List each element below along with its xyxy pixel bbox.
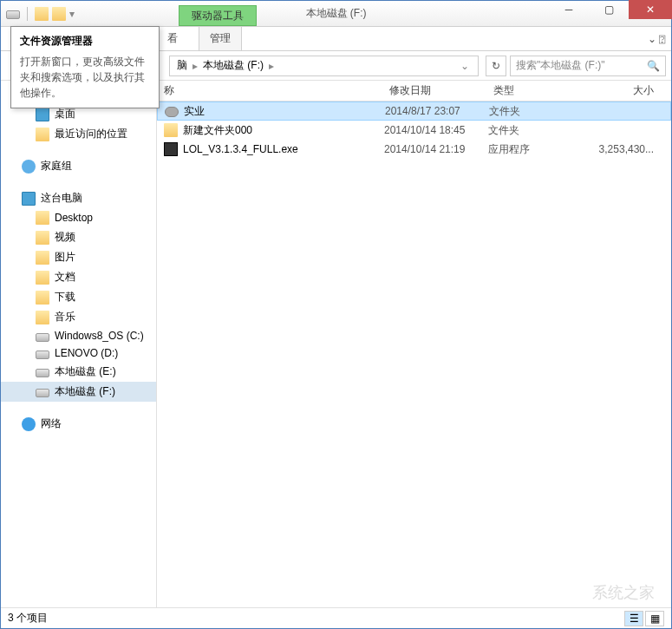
file-icon: [164, 142, 178, 156]
desktop-icon: [36, 108, 49, 121]
column-name[interactable]: 称: [157, 83, 382, 98]
manage-tab[interactable]: 管理: [199, 27, 242, 50]
sidebar-item-os-drive[interactable]: Windows8_OS (C:): [1, 327, 156, 344]
drive-icon: [36, 369, 49, 377]
properties-icon[interactable]: [35, 7, 49, 21]
sidebar-item-documents[interactable]: 文档: [1, 267, 156, 287]
view-tab[interactable]: 看: [157, 27, 188, 50]
search-icon[interactable]: 🔍: [647, 60, 660, 72]
drive-icon: [36, 333, 49, 342]
file-menu-tooltip: 文件资源管理器 打开新窗口，更改高级文件夹和搜索选项，以及执行其他操作。: [10, 26, 160, 108]
file-row[interactable]: LOL_V3.1.3.4_FULL.exe2014/10/14 21:19应用程…: [157, 140, 671, 159]
sidebar-item-local-e[interactable]: 本地磁盘 (E:): [1, 362, 156, 382]
file-date: 2014/8/17 23:07: [383, 105, 487, 117]
folder-icon: [36, 231, 49, 245]
tooltip-title: 文件资源管理器: [20, 34, 150, 49]
file-name: LOL_V3.1.3.4_FULL.exe: [183, 143, 298, 155]
quick-access-toolbar: ▾: [1, 7, 75, 21]
drive-icon: [36, 389, 49, 397]
icons-view-button[interactable]: ▦: [645, 611, 664, 626]
folder-icon: [36, 311, 49, 324]
sidebar-item-videos[interactable]: 视频: [1, 227, 156, 247]
view-toggle: ☰ ▦: [624, 611, 664, 626]
file-date: 2014/10/14 21:19: [382, 143, 486, 155]
crumb-separator-icon[interactable]: ▸: [191, 60, 199, 72]
column-headers: 称 修改日期 类型 大小: [157, 81, 671, 102]
search-placeholder: 搜索"本地磁盘 (F:)": [516, 58, 605, 73]
sidebar-item-local-f[interactable]: 本地磁盘 (F:): [1, 382, 156, 402]
address-dropdown-icon[interactable]: ⌄: [455, 60, 474, 72]
address-bar[interactable]: 脑 ▸ 本地磁盘 (F:) ▸ ⌄: [169, 56, 479, 76]
sidebar-item-homegroup[interactable]: 家庭组: [1, 156, 156, 176]
sidebar-item-this-pc[interactable]: 这台电脑: [1, 188, 156, 208]
file-icon: [165, 107, 179, 117]
drive-icon: [36, 351, 49, 359]
qat-dropdown-icon[interactable]: ▾: [69, 8, 75, 20]
window-controls: ─ ▢ ✕: [549, 0, 672, 19]
file-date: 2014/10/14 18:45: [382, 124, 486, 136]
sidebar-item-recent[interactable]: 最近访问的位置: [1, 124, 156, 144]
new-folder-icon[interactable]: [52, 7, 66, 21]
file-type: 文件夹: [486, 123, 573, 138]
column-date[interactable]: 修改日期: [382, 83, 486, 98]
column-type[interactable]: 类型: [486, 83, 573, 98]
body-area: 下载 桌面 最近访问的位置 家庭组 这台电脑 Desktop 视频 图片 文档 …: [1, 81, 671, 607]
sidebar-item-pictures[interactable]: 图片: [1, 247, 156, 267]
item-count: 3 个项目: [8, 611, 48, 626]
details-view-button[interactable]: ☰: [624, 611, 643, 626]
crumb-computer[interactable]: 脑: [173, 58, 191, 73]
content-area: 称 修改日期 类型 大小 实业2014/8/17 23:07文件夹新建文件夹00…: [157, 81, 671, 607]
folder-icon: [36, 211, 49, 225]
qat-separator: [27, 7, 28, 21]
refresh-button[interactable]: ↻: [486, 56, 506, 76]
file-type: 应用程序: [486, 142, 573, 157]
ribbon-expand-icon[interactable]: ⌄ ⍰: [648, 33, 665, 45]
minimize-button[interactable]: ─: [549, 0, 589, 19]
folder-icon: [36, 291, 49, 305]
sidebar-item-network[interactable]: 网络: [1, 414, 156, 434]
app-icon[interactable]: [6, 10, 20, 19]
close-button[interactable]: ✕: [629, 0, 672, 19]
sidebar-item-lenovo-drive[interactable]: LENOVO (D:): [1, 344, 156, 362]
maximize-button[interactable]: ▢: [589, 0, 629, 19]
file-name: 实业: [184, 104, 205, 119]
folder-icon: [36, 251, 49, 265]
navigation-pane: 下载 桌面 最近访问的位置 家庭组 这台电脑 Desktop 视频 图片 文档 …: [1, 81, 157, 607]
file-type: 文件夹: [487, 104, 574, 119]
tooltip-body: 打开新窗口，更改高级文件夹和搜索选项，以及执行其他操作。: [20, 54, 150, 101]
file-icon: [164, 123, 178, 137]
window-title: 本地磁盘 (F:): [306, 6, 367, 21]
computer-icon: [22, 192, 36, 206]
file-name: 新建文件夹000: [183, 123, 252, 138]
crumb-drive[interactable]: 本地磁盘 (F:): [199, 58, 267, 73]
network-icon: [22, 417, 36, 431]
homegroup-icon: [22, 160, 36, 174]
crumb-separator-icon[interactable]: ▸: [267, 60, 276, 72]
sidebar-item-desktop-folder[interactable]: Desktop: [1, 208, 156, 227]
sidebar-item-music[interactable]: 音乐: [1, 307, 156, 327]
file-list: 实业2014/8/17 23:07文件夹新建文件夹0002014/10/14 1…: [157, 102, 671, 159]
file-row[interactable]: 实业2014/8/17 23:07文件夹: [157, 102, 671, 121]
column-size[interactable]: 大小: [573, 83, 671, 98]
recent-icon: [36, 128, 49, 141]
folder-icon: [36, 271, 49, 285]
status-bar: 3 个项目 ☰ ▦: [1, 607, 671, 628]
file-row[interactable]: 新建文件夹0002014/10/14 18:45文件夹: [157, 121, 671, 140]
drive-tools-tab[interactable]: 驱动器工具: [179, 5, 257, 26]
titlebar: ▾ 驱动器工具 本地磁盘 (F:) ─ ▢ ✕: [1, 1, 671, 27]
contextual-tabs: 驱动器工具: [179, 1, 257, 26]
search-input[interactable]: 搜索"本地磁盘 (F:)" 🔍: [510, 56, 666, 76]
file-size: 3,253,430...: [573, 143, 671, 155]
sidebar-item-downloads2[interactable]: 下载: [1, 287, 156, 307]
